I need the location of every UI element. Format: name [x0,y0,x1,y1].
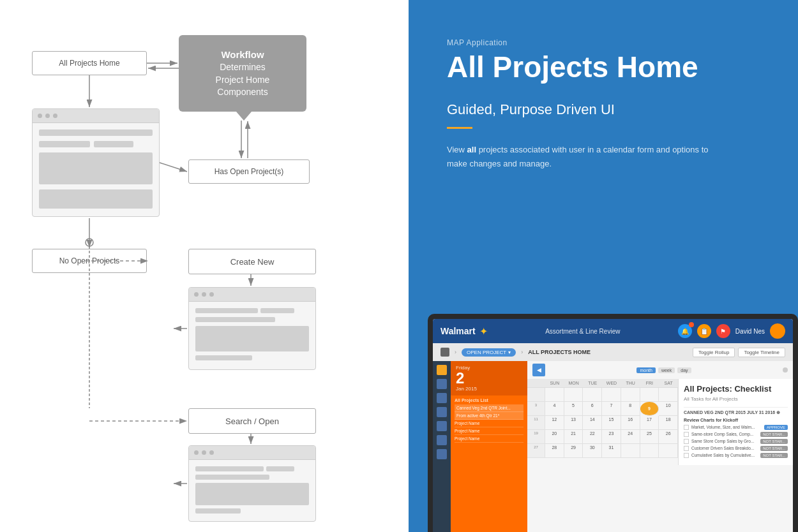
sidebar-icon-5[interactable] [437,435,447,445]
workflow-sub3: Components [216,86,270,99]
workflow-sub1: Determines [216,61,270,74]
walmart-star-icon: ✦ [479,325,488,337]
app-label: MAP Application [447,38,766,47]
cal-info-icon [783,367,788,373]
browser-mock-search [188,445,316,522]
box-workflow: Workflow Determines Project Home Compone… [179,35,306,112]
project-item-3[interactable]: Project Name [455,427,523,435]
calendar-grid-header: SUN MON TUE WED THU FRI SAT [527,379,678,388]
has-open-label: Has Open Project(s) [215,167,284,176]
sidebar-icon-1[interactable] [437,379,447,389]
subtitle: Guided, Purpose Driven UI [447,101,766,118]
user-avatar [770,323,785,339]
sidebar-icon-6[interactable] [437,449,447,459]
calendar-panel: Friday 2 Jan 2015 All Projects List Cann… [451,361,527,532]
checklist-item-1: Same-store Comp Sales, Comp... NOT STAR.… [684,432,788,437]
project-item-1[interactable]: From active 4th Qtr 21* [455,412,523,420]
app-nav-center: Assortment & Line Review [545,328,620,335]
main-content-area: ◀ month week day [527,361,793,532]
checklist-item-0: Market, Volume, Size, and Walm... APPROV… [684,425,788,430]
checklist-item-3: Customer Driven Sales Breakdo... NOT STA… [684,446,788,451]
workflow-title: Workflow [216,48,270,61]
project-list-title: All Projects List [455,398,523,403]
calendar-grid-container: SUN MON TUE WED THU FRI SAT [527,379,678,465]
workflow-tail [236,112,252,121]
open-project-breadcrumb[interactable]: OPEN PROJECT ▾ [462,348,516,357]
all-projects-label: All Projects Home [59,59,119,68]
browser-mock-create [188,287,316,370]
laptop-mockup: Walmart ✦ Assortment & Line Review 🔔 📋 [428,314,798,532]
cal-month-btn[interactable]: month [636,367,655,373]
user-name: David Nes [735,328,765,335]
toggle-rollup-btn[interactable]: Toggle Rollup [693,348,735,357]
description: View all projects associated with user i… [447,143,728,171]
page-title: All Projects Home [447,51,766,84]
cal-day: 2 [456,371,522,386]
notification-icon-3[interactable]: ⚑ [716,324,730,338]
cal-day-btn[interactable]: day [677,367,691,373]
checklist-title: All Projects: Checklist [684,384,788,394]
cal-dayname: Friday [456,365,522,371]
cal-prev-btn[interactable]: ◀ [532,364,545,376]
browser-mock-main [32,108,160,217]
search-open-label: Search / Open [225,417,279,426]
cal-week-btn[interactable]: week [658,367,675,373]
sidebar-icon-4[interactable] [437,421,447,431]
notification-icon-1[interactable]: 🔔 [678,324,692,338]
no-open-label: No Open Projects [59,256,120,265]
all-projects-home-breadcrumb: ALL PROJECTS HOME [528,349,591,355]
svg-point-9 [86,239,93,246]
right-panel: MAP Application All Projects Home Guided… [409,0,798,532]
notification-icon-2[interactable]: 📋 [697,324,711,338]
cal-month: Jan 2015 [456,386,522,392]
accent-line [447,127,472,129]
sidebar-home-icon[interactable] [437,365,447,375]
checklist-item-4: Cumulative Sales by Cumulative... NOT ST… [684,453,788,458]
laptop-screen-inner: Walmart ✦ Assortment & Line Review 🔔 📋 [433,319,793,532]
app-header-right: 🔔 📋 ⚑ David Nes [678,323,785,339]
review-charts-label: Review Charts for Kickoff [684,418,788,422]
box-create-new: Create New [188,249,316,274]
checklist-sub: All Tasks for All Projects [684,396,788,402]
sidebar-icon-2[interactable] [437,393,447,403]
project-list: All Projects List Canned Veg 2nd QTR Joi… [451,395,527,445]
breadcrumb-bar: › OPEN PROJECT ▾ › ALL PROJECTS HOME Tog… [433,343,793,361]
calendar-nav: ◀ month week day [527,361,793,379]
home-icon[interactable] [440,348,449,357]
box-no-open: No Open Projects [32,249,147,273]
create-new-label: Create New [230,257,275,267]
project-item-2[interactable]: Project Name [455,420,523,427]
project-item-4[interactable]: Project Name [455,435,523,443]
walmart-brand: Walmart [440,326,476,336]
app-body: Friday 2 Jan 2015 All Projects List Cann… [433,361,793,532]
svg-line-7 [160,163,187,172]
calendar-header: Friday 2 Jan 2015 [451,361,527,395]
left-panel: All Projects Home Workflow Determines Pr… [0,0,409,532]
workflow-sub2: Project Home [216,74,270,87]
app-sidebar [433,361,451,532]
app-header: Walmart ✦ Assortment & Line Review 🔔 📋 [433,319,793,343]
flowchart: All Projects Home Workflow Determines Pr… [0,0,409,532]
checklist-section: CANNED VEG 2ND QTR 2015 JULY 31 2016 ⊕ [684,407,788,415]
checklist-panel: All Projects: Checklist All Tasks for Al… [678,379,793,465]
box-has-open: Has Open Project(s) [188,159,310,184]
sidebar-icon-3[interactable] [437,407,447,417]
project-item-0[interactable]: Canned Veg 2nd QTR Joint... [455,404,523,412]
toggle-buttons: Toggle Rollup Toggle Timeline [693,348,785,357]
checklist-item-2: Same Store Comp Sales by Gro... NOT STAR… [684,439,788,444]
toggle-timeline-btn[interactable]: Toggle Timeline [738,348,785,357]
box-search-open: Search / Open [188,408,316,434]
walmart-logo: Walmart ✦ [440,325,488,337]
laptop-screen-outer: Walmart ✦ Assortment & Line Review 🔔 📋 [428,314,798,532]
calendar-grid: 3 4 5 6 7 8 9 10 11 12 [527,388,678,458]
box-all-projects: All Projects Home [32,51,147,75]
